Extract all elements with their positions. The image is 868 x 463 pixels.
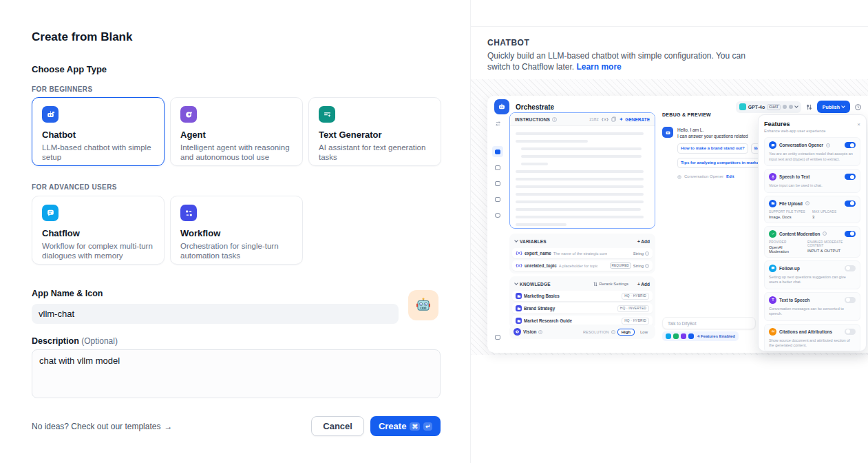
model-name: GPT-4o (748, 105, 765, 110)
chevron-down-icon[interactable] (514, 281, 518, 285)
robot-emoji-icon (414, 296, 432, 314)
page-title: Create from Blank (32, 30, 132, 44)
model-provider-icon (739, 103, 746, 110)
resolution-high-option[interactable]: High (617, 329, 635, 336)
opener-label: Conversation Opener (684, 174, 723, 180)
workflow-icon (180, 205, 197, 221)
suggestion-chip[interactable]: Tips for analyzing competitors in market (677, 158, 763, 168)
chevron-down-icon (794, 104, 798, 108)
model-mode-badge: CHAT (767, 104, 781, 110)
speech-feature-icon (681, 333, 686, 339)
sliders-icon[interactable] (805, 103, 813, 111)
generate-label: GENERATE (625, 117, 650, 122)
text-to-speech-toggle[interactable] (845, 297, 856, 303)
rail-image-icon[interactable] (492, 162, 503, 173)
templates-link[interactable]: No ideas? Check out our templates → (32, 422, 172, 431)
feature-item-text-to-speech: Text to Speech Conversation messages can… (764, 292, 860, 321)
features-enabled-bar[interactable]: 4 Features Enabled (662, 331, 739, 341)
feature-item-file-upload: File Upload i SUPPORT FILE TYPESImage, D… (764, 196, 860, 223)
opener-edit-link[interactable]: Edit (726, 174, 734, 180)
knowledge-name: Market Research Guide (524, 318, 572, 323)
close-icon[interactable]: × (857, 121, 860, 127)
eye-icon: ◦ (645, 251, 649, 256)
knowledge-row[interactable]: Marketing Basics HQ · HYBRID (512, 291, 653, 301)
app-type-card-workflow[interactable]: Workflow Orchestration for single-turn a… (170, 196, 303, 265)
info-icon: i (826, 143, 830, 147)
file-upload-toggle[interactable] (845, 200, 856, 207)
rail-globe-icon[interactable] (492, 209, 503, 220)
dataset-icon (516, 293, 522, 299)
rail-notes-icon[interactable] (492, 194, 503, 205)
mic-icon (783, 105, 787, 109)
variable-token-icon: {x} (516, 263, 522, 268)
beginner-cards: Chatbot LLM-based chatbot with simple se… (32, 97, 441, 166)
create-from-blank-panel: Create from Blank Choose App Type FOR BE… (0, 0, 470, 463)
variable-name: expert_name (525, 251, 551, 256)
app-icon-picker[interactable] (408, 290, 438, 320)
rail-orchestrate-icon[interactable] (492, 146, 503, 157)
card-title: Chatbot (42, 130, 154, 140)
upload-feature-icon (688, 333, 694, 339)
enter-key-icon: ↵ (423, 422, 432, 431)
publish-label: Publish (823, 105, 840, 110)
cancel-label: Cancel (323, 421, 352, 431)
collapse-icon[interactable] (492, 118, 503, 129)
feature-item-speech-to-text: Speech to Text Voice input can be used i… (764, 169, 860, 193)
content-moderation-toggle[interactable] (845, 231, 856, 237)
cancel-button[interactable]: Cancel (311, 416, 364, 436)
knowledge-name: Brand Strategy (524, 306, 555, 311)
knowledge-badge: HQ · HYBRID (622, 293, 649, 300)
app-name-input[interactable] (32, 304, 399, 324)
add-variable-button[interactable]: + Add (637, 239, 650, 244)
knowledge-badge: HQ · INVERTED (617, 305, 649, 312)
generate-button[interactable]: GENERATE (619, 117, 650, 122)
variable-name: unrelated_topic (525, 263, 557, 268)
rail-settings-icon[interactable] (492, 331, 503, 342)
variable-row[interactable]: {x} expert_name The name of the strategi… (512, 248, 653, 258)
suggestion-chip[interactable]: How to make a brand stand out? (677, 143, 748, 154)
conversation-opener-toggle[interactable] (845, 142, 856, 148)
app-logo-icon (494, 99, 509, 114)
chevron-down-icon[interactable] (514, 238, 518, 243)
rerank-settings-button[interactable]: Rerank Settings (593, 282, 628, 287)
speech-to-text-toggle[interactable] (845, 174, 856, 180)
variables-token-icon[interactable]: {x} (602, 117, 609, 122)
add-knowledge-button[interactable]: + Add (637, 282, 650, 287)
chat-input-placeholder: Talk to DifyBot (668, 321, 697, 326)
resolution-label: RESOLUTION (583, 330, 609, 334)
knowledge-badge: HQ · HYBRID (622, 318, 649, 325)
advanced-cards: Chatflow Workflow for complex multi-turn… (32, 196, 303, 265)
preview-description: Quickly build an LLM-based chatbot with … (487, 50, 770, 72)
divider (471, 26, 868, 27)
variables-label: VARIABLES (520, 239, 547, 244)
knowledge-row[interactable]: Brand Strategy HQ · INVERTED (512, 303, 653, 313)
app-type-card-text-generator[interactable]: Text Generator AI assistant for text gen… (308, 97, 441, 166)
chat-input[interactable]: Talk to DifyBot (662, 317, 756, 329)
card-desc: AI assistant for text generation tasks (319, 143, 431, 162)
model-selector[interactable]: GPT-4o CHAT (736, 101, 801, 113)
text-to-speech-icon (769, 296, 776, 304)
resolution-low-option[interactable]: Low (637, 329, 651, 335)
instructions-header: INSTRUCTIONS i 2182 {x} GENERATE (510, 113, 655, 126)
info-icon: i (823, 232, 827, 236)
instructions-panel: INSTRUCTIONS i 2182 {x} GENERATE (509, 112, 655, 229)
app-type-card-chatflow[interactable]: Chatflow Workflow for complex multi-turn… (32, 196, 165, 265)
follow-up-toggle[interactable] (845, 265, 856, 271)
citations-toggle[interactable] (845, 329, 856, 335)
copy-icon[interactable] (611, 116, 616, 122)
variable-desc: The name of the strategic consulting... (553, 251, 607, 256)
variable-row[interactable]: {x} unrelated_topic A placeholder for to… (512, 260, 653, 271)
vision-icon (514, 328, 521, 336)
app-type-card-chatbot[interactable]: Chatbot LLM-based chatbot with simple se… (32, 97, 165, 166)
dataset-icon (516, 305, 522, 311)
description-input[interactable]: chat with vllm model (32, 349, 441, 398)
history-icon[interactable] (854, 103, 862, 111)
variable-desc: A placeholder for topics... (559, 264, 597, 268)
rail-document-icon[interactable] (492, 178, 503, 189)
instructions-placeholder-text[interactable] (510, 126, 655, 229)
learn-more-link[interactable]: Learn more (576, 62, 621, 72)
publish-button[interactable]: Publish (817, 101, 850, 113)
create-button[interactable]: Create ⌘ ↵ (370, 416, 441, 436)
app-type-card-agent[interactable]: Agent Intelligent agent with reasoning a… (170, 97, 303, 166)
info-icon: i (552, 117, 557, 122)
